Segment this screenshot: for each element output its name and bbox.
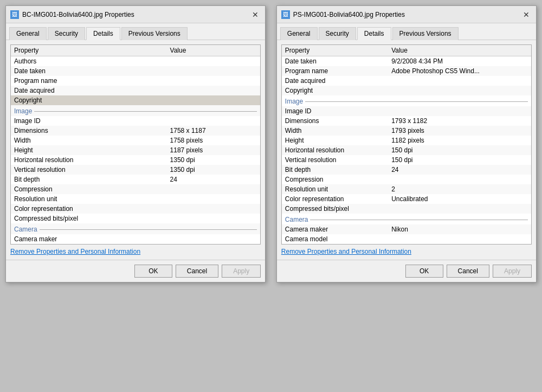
property-value-cell <box>388 86 531 95</box>
table-row: Height1187 pixels <box>11 145 260 155</box>
apply-button-2[interactable]: Apply <box>493 265 532 278</box>
properties-table-1: Property Value AuthorsDate takenProgram … <box>11 45 260 244</box>
property-value-cell <box>167 214 261 223</box>
properties-table-container-1: Property Value AuthorsDate takenProgram … <box>10 44 261 245</box>
property-value-cell: 150 dpi <box>388 155 531 165</box>
table-row: Compression <box>11 184 260 194</box>
close-button-2[interactable]: ✕ <box>521 9 532 20</box>
section-label: Camera <box>14 226 37 233</box>
property-value-cell <box>167 116 261 126</box>
table-row: Dimensions1793 x 1182 <box>282 116 531 126</box>
col-header-value-1: Value <box>167 45 261 56</box>
property-name-cell: Date taken <box>282 56 388 67</box>
ok-button-1[interactable]: OK <box>134 265 172 278</box>
property-name-cell: Compressed bits/pixel <box>282 204 388 214</box>
property-value-cell <box>388 76 531 86</box>
tab-previous-versions-2[interactable]: Previous Versions <box>392 27 459 40</box>
table-row: Date taken <box>11 66 260 76</box>
property-name-cell: Height <box>282 136 388 145</box>
col-header-value-2: Value <box>388 45 531 56</box>
tab-general-1[interactable]: General <box>9 27 47 40</box>
section-divider <box>34 111 257 112</box>
section-divider <box>40 229 257 230</box>
table-row: Compressed bits/pixel <box>11 214 260 223</box>
property-value-cell <box>388 106 531 116</box>
property-value-cell <box>167 184 261 194</box>
dialog-ps-img: 🖼 PS-IMG001-Bolivia6400.jpg Properties ✕… <box>276 5 537 282</box>
property-name-cell: Resolution unit <box>282 184 388 194</box>
table-row: Resolution unit2 <box>282 184 531 194</box>
property-value-cell: 1350 dpi <box>167 155 261 165</box>
dialog-footer-2: OK Cancel Apply <box>277 260 536 282</box>
tab-details-2[interactable]: Details <box>357 27 391 40</box>
property-value-cell: 24 <box>388 165 531 175</box>
table-row: Date acquired <box>282 76 531 86</box>
table-scroll-2[interactable]: Property Value Date taken9/2/2008 4:34 P… <box>282 45 531 244</box>
property-name-cell: Bit depth <box>282 165 388 175</box>
title-bar-2: 🖼 PS-IMG001-Bolivia6400.jpg Properties ✕ <box>277 6 536 23</box>
section-header-row: Image <box>282 95 531 106</box>
property-name-cell: Date acquired <box>282 76 388 86</box>
property-name-cell: Copyright <box>11 95 167 105</box>
property-value-cell <box>388 234 531 244</box>
dialog-title-2: PS-IMG001-Bolivia6400.jpg Properties <box>293 11 405 18</box>
property-value-cell: 1758 x 1187 <box>167 126 261 136</box>
tab-general-2[interactable]: General <box>280 27 318 40</box>
section-header-row: Camera <box>282 214 531 224</box>
table-row: Resolution unit <box>11 194 260 204</box>
tab-previous-versions-1[interactable]: Previous Versions <box>121 27 188 40</box>
property-name-cell: Width <box>11 136 167 145</box>
table-row: Vertical resolution1350 dpi <box>11 165 260 175</box>
ok-button-2[interactable]: OK <box>405 265 443 278</box>
property-value-cell: 1187 pixels <box>167 145 261 155</box>
property-value-cell <box>167 204 261 214</box>
table-row: Color representationUncalibrated <box>282 194 531 204</box>
property-name-cell: Vertical resolution <box>282 155 388 165</box>
property-name-cell: Compressed bits/pixel <box>11 214 167 223</box>
property-name-cell: Date acquired <box>11 86 167 95</box>
table-scroll-1[interactable]: Property Value AuthorsDate takenProgram … <box>11 45 260 244</box>
table-row: Date taken9/2/2008 4:34 PM <box>282 56 531 67</box>
table-row: Vertical resolution150 dpi <box>282 155 531 165</box>
table-row: Horizontal resolution1350 dpi <box>11 155 260 165</box>
property-value-cell <box>167 76 261 86</box>
property-value-cell: Adobe Photoshop CS5 Wind... <box>388 66 531 76</box>
table-row: Camera maker <box>11 234 260 244</box>
property-name-cell: Resolution unit <box>11 194 167 204</box>
remove-link-1[interactable]: Remove Properties and Personal Informati… <box>10 248 261 255</box>
property-value-cell: 1350 dpi <box>167 165 261 175</box>
table-row: Image ID <box>282 106 531 116</box>
property-name-cell: Authors <box>11 56 167 67</box>
table-row: Bit depth24 <box>11 175 260 184</box>
property-value-cell <box>167 95 261 105</box>
close-button-1[interactable]: ✕ <box>250 9 261 20</box>
table-row: Authors <box>11 56 260 67</box>
tab-bar-1: General Security Details Previous Versio… <box>6 23 265 40</box>
dialog-footer-1: OK Cancel Apply <box>6 260 265 282</box>
property-value-cell: 9/2/2008 4:34 PM <box>388 56 531 67</box>
table-row: Compressed bits/pixel <box>282 204 531 214</box>
cancel-button-2[interactable]: Cancel <box>447 265 489 278</box>
remove-link-2[interactable]: Remove Properties and Personal Informati… <box>281 248 532 255</box>
cancel-button-1[interactable]: Cancel <box>176 265 218 278</box>
property-name-cell: Dimensions <box>11 126 167 136</box>
property-value-cell: 1793 x 1182 <box>388 116 531 126</box>
properties-table-container-2: Property Value Date taken9/2/2008 4:34 P… <box>281 44 532 245</box>
tab-security-1[interactable]: Security <box>48 27 85 40</box>
property-name-cell: Color representation <box>282 194 388 204</box>
property-name-cell: Compression <box>282 175 388 184</box>
property-name-cell: Height <box>11 145 167 155</box>
table-row: Width1793 pixels <box>282 126 531 136</box>
table-row: Copyright <box>11 95 260 105</box>
table-row: Color representation <box>11 204 260 214</box>
title-bar-1: 🖼 BC-IMG001-Bolivia6400.jpg Properties ✕ <box>6 6 265 23</box>
tab-details-1[interactable]: Details <box>86 27 120 40</box>
table-row: Image ID <box>11 116 260 126</box>
property-name-cell: Vertical resolution <box>11 165 167 175</box>
title-bar-left-2: 🖼 PS-IMG001-Bolivia6400.jpg Properties <box>281 10 405 19</box>
file-icon-2: 🖼 <box>281 10 290 19</box>
apply-button-1[interactable]: Apply <box>222 265 261 278</box>
table-row: Horizontal resolution150 dpi <box>282 145 531 155</box>
property-name-cell: Camera maker <box>11 234 167 244</box>
tab-security-2[interactable]: Security <box>319 27 356 40</box>
